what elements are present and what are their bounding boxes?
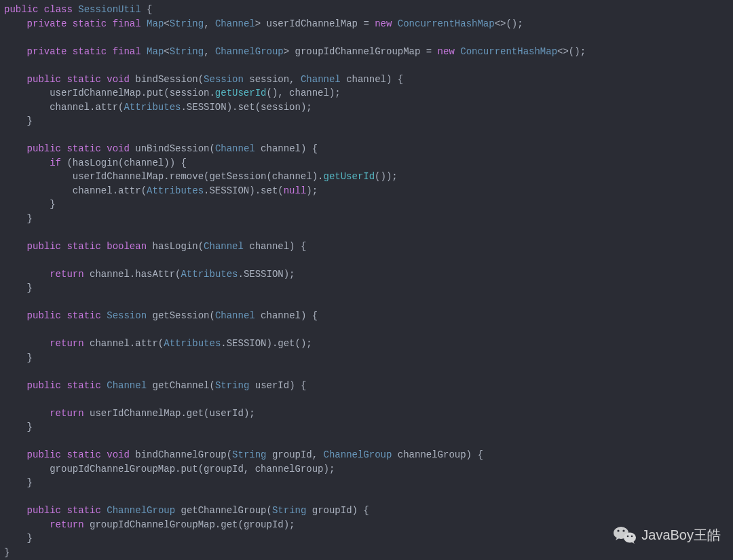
token-plain: channel.hasAttr( [84, 269, 181, 280]
token-plain [4, 449, 27, 460]
token-kw: private [27, 18, 67, 29]
token-type: Channel [107, 380, 147, 391]
svg-point-5 [631, 536, 633, 538]
token-plain: > groupIdChannelGroupMap = [284, 46, 438, 57]
token-plain: { [141, 4, 153, 15]
token-type: Map [147, 46, 164, 57]
token-type: Session [107, 310, 147, 321]
token-kw: public [27, 310, 61, 321]
token-plain [4, 241, 27, 252]
token-kw: public [27, 380, 61, 391]
token-type: ConcurrentHashMap [460, 46, 557, 57]
token-plain: groupId, [267, 449, 324, 460]
token-plain [4, 157, 50, 168]
token-kw: void [107, 449, 130, 460]
token-plain [4, 380, 27, 391]
token-plain: groupIdChannelGroupMap.get(groupId); [84, 519, 295, 530]
svg-point-1 [618, 529, 620, 531]
token-kw: new [375, 18, 392, 29]
token-plain: } [4, 282, 33, 293]
token-plain [101, 143, 107, 154]
token-kw: return [50, 269, 83, 280]
token-type: String [170, 18, 204, 29]
token-kw: boolean [107, 241, 147, 252]
token-plain [101, 241, 107, 252]
token-plain [67, 18, 72, 29]
token-type: Session [204, 74, 244, 85]
token-type: Channel [215, 143, 255, 154]
token-plain: userIdChannelMap.put(session. [4, 88, 215, 98]
token-method: getUserId [323, 171, 375, 182]
token-plain: (hasLogin(channel)) { [61, 157, 187, 168]
token-plain: , [204, 18, 215, 29]
token-plain [101, 449, 107, 460]
token-type: Attributes [147, 185, 204, 196]
token-type: Channel [204, 241, 244, 252]
token-plain: , [204, 46, 215, 57]
token-plain: groupIdChannelGroupMap.put(groupId, chan… [4, 464, 335, 474]
token-plain: getSession( [147, 310, 215, 321]
token-plain: } [4, 199, 56, 210]
token-kw: static [67, 505, 100, 516]
token-plain [67, 46, 72, 57]
token-type: Attributes [164, 338, 221, 349]
wechat-icon [613, 525, 637, 545]
token-type: Channel [215, 18, 255, 29]
svg-point-4 [627, 536, 629, 538]
token-kw: return [50, 338, 83, 349]
token-plain: } [4, 533, 33, 544]
token-plain: hasLogin( [147, 241, 204, 252]
token-kw: static [67, 143, 100, 154]
token-plain: ); [306, 185, 318, 196]
token-plain [141, 46, 147, 57]
token-plain [4, 310, 27, 321]
token-plain: } [4, 477, 33, 488]
token-plain: channel.attr( [4, 185, 147, 196]
token-kw: void [107, 74, 130, 85]
token-plain: } [4, 352, 33, 363]
token-kw: static [67, 380, 100, 391]
token-plain: channel.attr( [84, 338, 164, 349]
token-plain: getChannel( [147, 380, 215, 391]
token-plain: } [4, 422, 33, 432]
token-kw: static [67, 74, 100, 85]
watermark-text: JavaBoy王皓 [641, 528, 721, 542]
token-kw: static [67, 310, 100, 321]
token-plain: channel.attr( [4, 102, 124, 113]
token-method: getUserId [215, 88, 267, 98]
token-plain [4, 519, 50, 530]
token-plain: < [164, 18, 169, 29]
token-plain [392, 18, 397, 29]
token-plain [4, 269, 50, 280]
token-plain: userIdChannelMap.remove(getSession(chann… [4, 171, 323, 182]
token-plain [38, 4, 43, 15]
token-plain: unBindSession( [130, 143, 215, 154]
token-plain [107, 46, 112, 57]
token-kw: new [438, 46, 455, 57]
token-plain: bindChannelGroup( [130, 449, 232, 460]
token-plain: session, [244, 74, 301, 85]
token-kw: if [50, 157, 61, 168]
token-kw: static [73, 46, 107, 57]
token-type: Channel [215, 310, 255, 321]
token-plain: channel) { [255, 310, 318, 321]
token-plain [4, 46, 27, 57]
token-plain: channel) { [341, 74, 403, 85]
token-kw: static [67, 449, 100, 460]
token-plain [4, 505, 27, 516]
token-type: Attributes [181, 269, 238, 280]
token-kw: return [50, 519, 83, 530]
token-plain: <>(); [557, 46, 586, 57]
token-plain: groupId) { [306, 505, 369, 516]
token-kw: static [73, 18, 107, 29]
token-kw: static [67, 241, 100, 252]
token-kw: null [284, 185, 307, 196]
token-plain [107, 18, 112, 29]
token-kw: public [27, 143, 61, 154]
token-plain: (), channel); [266, 88, 340, 98]
token-type: Map [147, 18, 164, 29]
token-plain: } [4, 213, 33, 224]
token-kw: final [113, 46, 141, 57]
token-plain: .SESSION).set( [204, 185, 284, 196]
token-plain: channel) { [255, 143, 318, 154]
